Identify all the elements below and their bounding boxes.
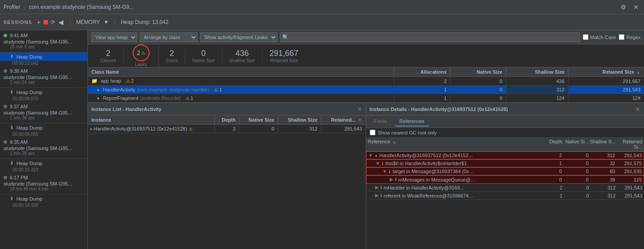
- retained-size-cell-2: 291,543: [568, 86, 644, 94]
- ref-type-icon-4: ℹ: [395, 177, 397, 182]
- tab-fields[interactable]: Fields: [370, 117, 391, 126]
- table-row[interactable]: ● HandlerActivity (com.example.studynote…: [88, 86, 644, 94]
- col-allocations[interactable]: Allocations: [394, 67, 450, 77]
- regex-checkbox[interactable]: [619, 34, 624, 40]
- gc-root-checkbox[interactable]: [370, 130, 375, 135]
- ref-col-native[interactable]: Native Si...: [562, 139, 589, 150]
- ref-type-icon-3: ℹ: [389, 169, 391, 174]
- session-name-2: studynote (Samsung SM-G95...: [4, 75, 84, 80]
- shallow-size-cell-3: 124: [506, 94, 568, 103]
- session-time-2: 9:38 AM: [10, 68, 28, 74]
- ref-col-depth[interactable]: Depth: [536, 139, 562, 150]
- back-button[interactable]: ◀: [58, 19, 64, 25]
- col-shallow-size[interactable]: Shallow Size: [506, 67, 568, 77]
- table-row[interactable]: 📁 app heap ⚠ 2 2 0 436 291,667: [88, 77, 644, 86]
- heap-dump-item-5[interactable]: ⬇ Heap Dump: [0, 194, 87, 203]
- instance-list-close-icon[interactable]: ✕: [357, 106, 362, 113]
- heap-dump-item-1[interactable]: ⬇ Heap Dump: [0, 52, 87, 61]
- ref-arrow-6[interactable]: ▶: [375, 193, 379, 198]
- heap-dump-time-4: 00:00:15.323: [12, 167, 87, 172]
- main-layout: 9:41 AM studynote (Samsung SM-G95... 25 …: [0, 30, 644, 249]
- ref-col-shallow[interactable]: Shallow S...: [589, 139, 616, 150]
- ref-arrow-4[interactable]: ▶: [390, 177, 393, 182]
- view-heap-select[interactable]: View app heap View full heap: [91, 32, 137, 42]
- ref-arrow-3[interactable]: ▼: [383, 169, 387, 174]
- arrange-by-select[interactable]: Arrange by class Arrange by package Arra…: [140, 32, 198, 42]
- shallow-size-cell: 436: [506, 77, 568, 86]
- ref-name-1: HandlerActivity@316937512 (0x12e4152…: [379, 153, 535, 158]
- search-input[interactable]: [291, 35, 578, 40]
- heap-dump-item-3[interactable]: ⬇ Heap Dump: [0, 123, 87, 132]
- gc-root-row: Show nearest GC root only: [366, 128, 644, 138]
- col-retained-size[interactable]: Retained Size ▲: [568, 67, 644, 77]
- count-label: Count: [166, 58, 178, 63]
- ref-type-icon-5: ℹ: [380, 185, 382, 190]
- ref-type-icon-6: ℹ: [380, 193, 382, 198]
- ref-shallow-5: 312: [589, 185, 616, 190]
- session-duration-2: 2 min 24 sec: [10, 80, 84, 85]
- add-session-button[interactable]: +: [36, 19, 42, 25]
- session-item-1[interactable]: 9:41 AM studynote (Samsung SM-G95... 25 …: [0, 30, 87, 52]
- status-indicator-3: [4, 105, 7, 108]
- native-value: 0: [201, 49, 206, 58]
- ref-row-6[interactable]: ▶ ℹ referent in WeakReference@31596674… …: [366, 192, 644, 200]
- ref-row-2[interactable]: ▼ ℹ this$0 in HandlerActivity$mHanlder$1…: [366, 159, 644, 167]
- inst-shallow-cell: 312: [278, 125, 321, 133]
- leaks-val: 2 ⚠: [137, 49, 145, 56]
- ref-arrow-1[interactable]: ▼: [368, 153, 373, 158]
- session-item-3[interactable]: 9:37 AM studynote (Samsung SM-G95... 1 m…: [0, 101, 87, 123]
- ref-col-retained[interactable]: Retained Si...: [616, 139, 642, 150]
- class-name-cell-3: ● ReportFragment (androidx.lifecycle) ⚠ …: [88, 94, 394, 103]
- inst-col-retained[interactable]: Retained... ▼: [321, 115, 366, 125]
- ref-native-3: 0: [562, 169, 589, 174]
- heap-dump-icon-5: ⬇: [10, 196, 14, 202]
- search-icon: 🔍: [282, 34, 289, 40]
- ref-arrow-5[interactable]: ▶: [375, 185, 379, 190]
- inst-col-depth[interactable]: Depth: [215, 115, 240, 125]
- leaks-select[interactable]: Show activity/fragment Leaks: [200, 32, 277, 42]
- instance-row-1[interactable]: ● HandlerActivity@316937512 (0x12e41528)…: [88, 125, 366, 133]
- search-box: 🔍: [280, 32, 580, 42]
- ref-name-4: mMessages in MessageQueue@…: [399, 177, 536, 182]
- heap-dump-item-2[interactable]: ⬇ Heap Dump: [0, 88, 87, 96]
- stop-button[interactable]: [43, 20, 48, 24]
- col-class-name[interactable]: Class Name: [88, 67, 394, 77]
- inst-col-instance[interactable]: Instance: [88, 115, 215, 125]
- inst-col-shallow[interactable]: Shallow Size: [278, 115, 321, 125]
- ref-shallow-3: 60: [589, 169, 615, 174]
- count-stat: 2 Count: [159, 49, 186, 63]
- heap-dump-item-4[interactable]: ⬇ Heap Dump: [0, 159, 87, 167]
- ref-depth-3: 0: [535, 169, 562, 174]
- device-label: com.example.studynote (Samsung SM-G9...: [29, 4, 134, 10]
- close-button[interactable]: ✕: [632, 3, 640, 12]
- gc-button[interactable]: ⟳: [50, 19, 56, 25]
- ref-row-4[interactable]: ▶ ℹ mMessages in MessageQueue@… 0 0 39 1…: [366, 175, 644, 184]
- col-native-size[interactable]: Native Size: [450, 67, 506, 77]
- match-case-checkbox[interactable]: [583, 34, 589, 40]
- ref-shallow-2: 32: [589, 161, 615, 166]
- memory-button[interactable]: MEMORY: [76, 19, 100, 25]
- instance-table: Instance Depth Native Size Shallow Size …: [88, 115, 366, 133]
- regex-label[interactable]: Regex: [619, 34, 640, 40]
- ref-depth-2: 1: [535, 161, 562, 166]
- session-item-4[interactable]: 9:35 AM studynote (Samsung SM-G95... 1 m…: [0, 137, 87, 159]
- table-row[interactable]: ● ReportFragment (androidx.lifecycle) ⚠ …: [88, 94, 644, 103]
- status-indicator-4: [4, 140, 7, 144]
- match-case-label[interactable]: Match Case: [583, 34, 616, 40]
- ref-arrow-2[interactable]: ▼: [375, 161, 380, 166]
- ref-row-5[interactable]: ▶ ℹ mHanlder in HandlerActivity@3169… 2 …: [366, 184, 644, 192]
- shallow-size-cell-2: 312: [506, 86, 568, 94]
- session-duration-1: 25 min 8 sec: [10, 44, 84, 49]
- tab-references[interactable]: References: [395, 117, 429, 126]
- instance-details-close-icon[interactable]: ✕: [635, 106, 640, 113]
- session-item-5[interactable]: 6:17 PM studynote (Samsung SM-G95... 14 …: [0, 172, 87, 194]
- inst-col-native[interactable]: Native Size: [239, 115, 278, 125]
- shallow-label: Shallow Size: [229, 58, 255, 63]
- ref-col-reference[interactable]: Reference ▲: [368, 139, 536, 150]
- ref-name-5: mHanlder in HandlerActivity@3169…: [384, 185, 536, 190]
- ref-row-3[interactable]: ▼ ℹ target in Message@316937384 (0x… 0 0…: [366, 167, 644, 175]
- memory-dropdown-arrow[interactable]: ▼: [103, 19, 109, 25]
- ref-row-1[interactable]: ▼ ● HandlerActivity@316937512 (0x12e4152…: [366, 151, 644, 159]
- settings-button[interactable]: ⚙: [619, 3, 628, 12]
- session-item-2[interactable]: 9:38 AM studynote (Samsung SM-G95... 2 m…: [0, 66, 87, 88]
